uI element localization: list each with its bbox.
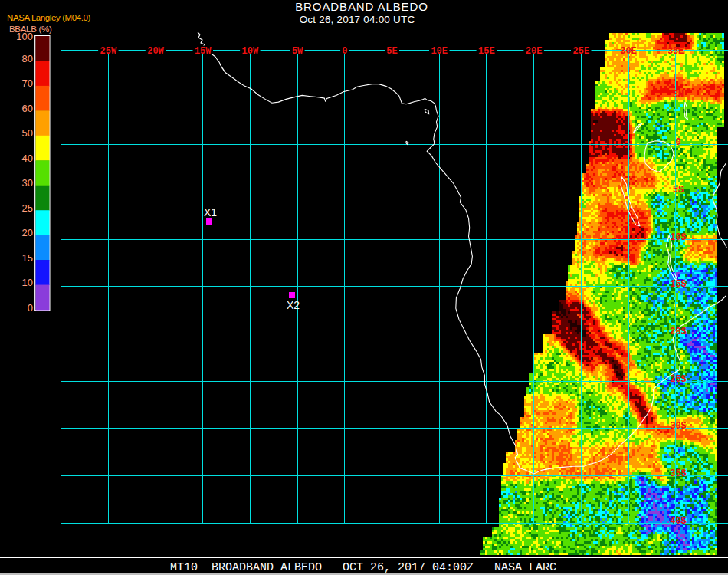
svg-text:5E: 5E (386, 46, 397, 57)
svg-text:10W: 10W (242, 46, 259, 57)
svg-text:5W: 5W (292, 46, 303, 57)
svg-text:Oct 26, 2017 04:00 UTC: Oct 26, 2017 04:00 UTC (300, 14, 415, 25)
svg-text:40: 40 (22, 153, 33, 164)
svg-text:20S: 20S (670, 327, 687, 337)
svg-text:20W: 20W (147, 46, 164, 57)
svg-text:MT10 BROADBAND ALBEDO OCT 2: MT10 BROADBAND ALBEDO OCT 26, 2017 04:00… (170, 561, 556, 574)
svg-text:40S: 40S (670, 516, 687, 527)
svg-text:0: 0 (675, 137, 680, 148)
svg-text:30: 30 (22, 177, 33, 189)
svg-text:60: 60 (22, 103, 33, 114)
svg-text:X1: X1 (204, 206, 217, 219)
svg-text:15S: 15S (670, 279, 687, 290)
svg-text:0: 0 (342, 46, 347, 57)
svg-text:10E: 10E (431, 46, 448, 57)
svg-text:35S: 35S (670, 468, 687, 479)
svg-text:5S: 5S (673, 185, 684, 196)
svg-text:15W: 15W (195, 46, 212, 57)
svg-text:25W: 25W (100, 46, 116, 57)
svg-text:30E: 30E (620, 46, 637, 57)
svg-text:15: 15 (22, 252, 33, 264)
svg-text:25: 25 (22, 202, 33, 214)
svg-text:X2: X2 (287, 299, 300, 311)
svg-text:50: 50 (22, 127, 33, 139)
svg-text:70: 70 (22, 77, 33, 89)
svg-text:25S: 25S (670, 374, 687, 385)
svg-text:10: 10 (22, 277, 33, 288)
svg-text:10S: 10S (670, 232, 687, 243)
svg-text:15E: 15E (478, 46, 495, 57)
svg-text:5N: 5N (673, 90, 684, 100)
svg-text:20: 20 (22, 227, 33, 238)
svg-text:BBALB (%): BBALB (%) (9, 25, 52, 34)
svg-text:80: 80 (22, 53, 33, 64)
svg-text:30S: 30S (670, 421, 687, 432)
svg-text:NASA Langley (M04.0): NASA Langley (M04.0) (7, 13, 91, 22)
svg-text:35E: 35E (667, 46, 684, 57)
svg-text:BROADBAND ALBEDO: BROADBAND ALBEDO (295, 0, 428, 13)
svg-text:0: 0 (28, 302, 33, 314)
svg-text:25E: 25E (572, 46, 589, 57)
svg-text:20E: 20E (526, 46, 543, 57)
